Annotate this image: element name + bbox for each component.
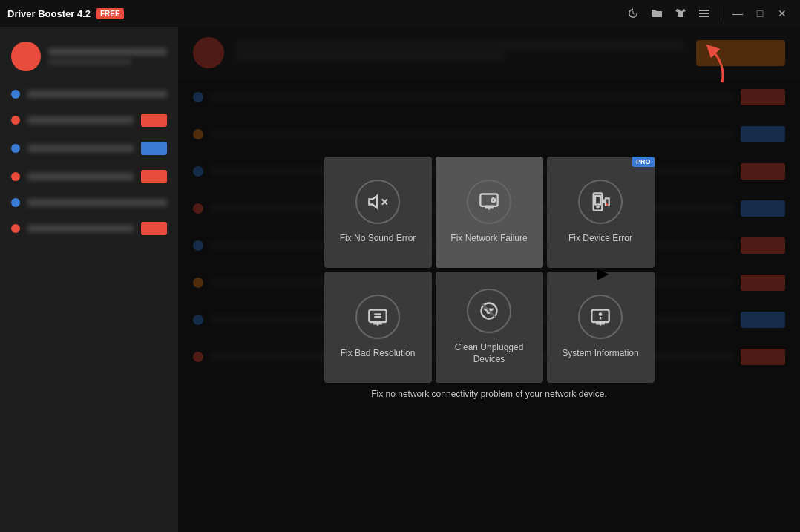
username-blurred — [48, 48, 167, 56]
tools-overlay: Fix No Sound ErrorFix Network FailurePRO… — [178, 27, 800, 532]
window-buttons: — □ ✕ — [727, 3, 793, 24]
sidebar-text-4 — [27, 173, 134, 180]
tool-label-system-information: System Information — [554, 348, 646, 360]
tool-card-system-information[interactable]: System Information — [547, 272, 655, 383]
sidebar-dot-2 — [11, 116, 20, 125]
tool-icon-clean-unplugged-devices — [467, 289, 511, 333]
content-area: Fix No Sound ErrorFix Network FailurePRO… — [178, 27, 800, 532]
main-layout: Fix No Sound ErrorFix Network FailurePRO… — [0, 27, 800, 532]
tool-icon-fix-bad-resolution — [355, 295, 400, 339]
tool-label-fix-bad-resolution: Fix Bad Resolution — [333, 348, 423, 360]
sidebar-item-1[interactable] — [0, 82, 178, 106]
svg-rect-12 — [595, 196, 600, 205]
tool-icon-fix-network-failure — [467, 180, 511, 224]
tool-label-fix-network-failure: Fix Network Failure — [443, 233, 534, 245]
folder-button[interactable] — [646, 3, 667, 24]
sidebar-text-2 — [27, 116, 134, 124]
svg-line-26 — [482, 304, 496, 318]
svg-rect-1 — [699, 13, 709, 14]
user-info — [48, 48, 167, 65]
tool-tooltip: Fix no network connectivity problem of y… — [356, 389, 621, 399]
sidebar-dot-4 — [11, 172, 20, 181]
tool-icon-fix-no-sound — [355, 180, 400, 224]
tool-icon-system-information — [578, 295, 623, 339]
sidebar-badge-4 — [141, 170, 167, 183]
sidebar-badge-3 — [141, 142, 167, 155]
sidebar-item-5[interactable] — [0, 191, 178, 214]
minimize-button[interactable]: — — [727, 3, 748, 24]
sidebar-dot-5 — [11, 198, 20, 207]
svg-marker-3 — [369, 196, 377, 208]
tool-label-clean-unplugged-devices: Clean Unplugged Devices — [436, 342, 543, 365]
tools-grid: Fix No Sound ErrorFix Network FailurePRO… — [324, 157, 655, 383]
app-title: Driver Booster 4.2 — [7, 8, 91, 19]
sidebar-badge-6 — [141, 222, 167, 235]
sidebar-item-3[interactable] — [0, 134, 178, 162]
sidebar-item-4[interactable] — [0, 162, 178, 191]
tool-card-fix-network-failure[interactable]: Fix Network Failure — [436, 157, 543, 268]
sidebar-item-6[interactable] — [0, 214, 178, 243]
svg-point-30 — [600, 313, 601, 315]
sidebar-user-section — [0, 34, 178, 82]
svg-rect-2 — [699, 16, 709, 17]
sidebar-dot-6 — [11, 224, 20, 233]
tool-card-fix-bad-resolution[interactable]: Fix Bad Resolution — [324, 272, 432, 383]
titlebar: Driver Booster 4.2 FREE — [0, 0, 800, 27]
menu-button[interactable] — [694, 3, 715, 24]
svg-rect-0 — [699, 10, 709, 11]
tool-label-fix-device-error: Fix Device Error — [561, 233, 640, 245]
sidebar-text-3 — [27, 145, 134, 152]
titlebar-controls: — □ ✕ — [623, 3, 793, 24]
sidebar — [0, 27, 178, 532]
pro-badge: PRO — [632, 157, 655, 167]
user-detail-blurred — [48, 59, 131, 65]
svg-point-9 — [492, 198, 496, 202]
sidebar-text-5 — [27, 199, 167, 206]
sidebar-text-1 — [27, 91, 167, 98]
sidebar-dot-1 — [11, 90, 20, 99]
tool-card-fix-no-sound[interactable]: Fix No Sound Error — [324, 157, 432, 268]
sidebar-badge-2 — [141, 114, 167, 127]
sidebar-dot-3 — [11, 144, 20, 153]
svg-rect-16 — [369, 309, 386, 321]
shirt-button[interactable] — [670, 3, 691, 24]
svg-point-13 — [597, 206, 598, 208]
titlebar-left: Driver Booster 4.2 FREE — [7, 8, 124, 19]
avatar — [11, 42, 41, 71]
sidebar-text-6 — [27, 225, 134, 232]
tool-label-fix-no-sound: Fix No Sound Error — [332, 233, 424, 245]
close-button[interactable]: ✕ — [772, 3, 793, 24]
maximize-button[interactable]: □ — [750, 3, 770, 24]
tool-icon-fix-device-error — [578, 180, 623, 224]
tool-card-clean-unplugged-devices[interactable]: Clean Unplugged Devices — [436, 272, 543, 383]
sidebar-item-2[interactable] — [0, 106, 178, 134]
free-badge: FREE — [96, 8, 124, 19]
tools-grid-wrapper: Fix No Sound ErrorFix Network FailurePRO… — [324, 157, 655, 403]
history-button[interactable] — [623, 3, 643, 24]
tool-card-fix-device-error[interactable]: PROFix Device Error — [547, 157, 655, 268]
separator — [721, 6, 721, 21]
